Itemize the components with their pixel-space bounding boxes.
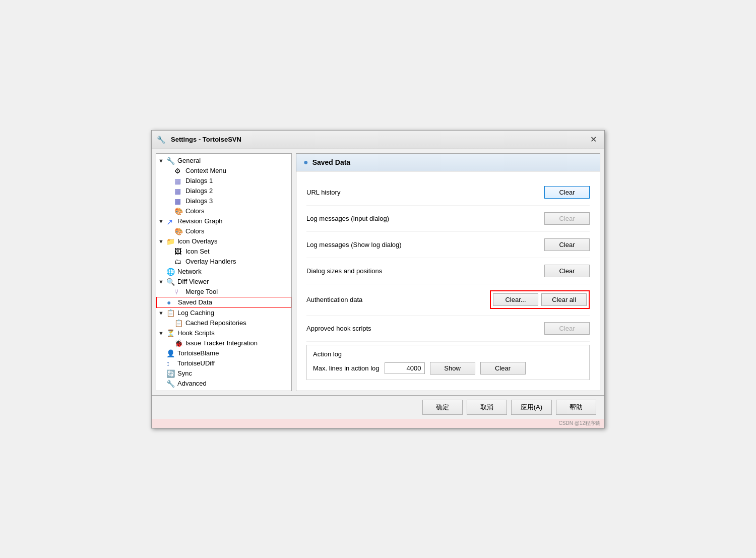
panel-title: Saved Data: [312, 158, 350, 166]
expand-icon-revision: ▼: [158, 218, 166, 224]
close-button[interactable]: ✕: [587, 134, 599, 146]
sidebar-item-colors-general[interactable]: 🎨 Colors: [156, 206, 291, 216]
icon-revision-graph: ↗: [166, 217, 175, 225]
panel-header: ● Saved Data: [296, 154, 600, 171]
label-log-show: Log messages (Show log dialog): [306, 241, 402, 249]
sidebar-label-rg-colors: Colors: [185, 227, 205, 235]
btn-clear-dialog-sizes[interactable]: Clear: [544, 265, 590, 277]
action-log-group: Action log Max. lines in action log Show…: [306, 345, 590, 380]
settings-window: 🔧 Settings - TortoiseSVN ✕ ▼ 🔧 General ⚙…: [151, 130, 605, 428]
row-log-show: Log messages (Show log dialog) Clear: [306, 232, 590, 258]
label-dialog-sizes: Dialog sizes and positions: [306, 267, 382, 275]
icon-tortoiseblame: 👤: [166, 349, 175, 357]
sidebar-item-revision-graph[interactable]: ▼ ↗ Revision Graph: [156, 216, 291, 226]
sidebar-item-icon-set[interactable]: 🖼 Icon Set: [156, 246, 291, 257]
sidebar-label-dialogs3: Dialogs 3: [185, 197, 213, 205]
label-approved-hooks: Approved hook scripts: [306, 325, 371, 332]
sidebar-label-saved-data: Saved Data: [178, 298, 212, 306]
auth-btn-group: Clear... Clear all: [490, 290, 590, 309]
sidebar-label-issue-tracker: Issue Tracker Integration: [185, 339, 258, 347]
btn-clear-log-input[interactable]: Clear: [544, 212, 590, 225]
sidebar-item-rg-colors[interactable]: 🎨 Colors: [156, 226, 291, 236]
icon-sync: 🔄: [166, 369, 175, 378]
sidebar-item-tortoiseblame[interactable]: 👤 TortoiseBlame: [156, 348, 291, 358]
sidebar-item-dialogs3[interactable]: ▦ Dialogs 3: [156, 196, 291, 206]
icon-overlay-handlers: 🗂: [174, 258, 183, 266]
sidebar-item-network[interactable]: 🌐 Network: [156, 267, 291, 277]
sidebar-label-cached-repos: Cached Repositories: [185, 319, 246, 327]
icon-diff-viewer: 🔍: [166, 278, 175, 286]
icon-log-caching: 📋: [166, 309, 175, 317]
row-auth-data: Authentication data Clear... Clear all: [306, 284, 590, 316]
sidebar-item-cached-repos[interactable]: 📋 Cached Repositories: [156, 318, 291, 328]
sidebar-label-diff-viewer: Diff Viewer: [177, 278, 209, 285]
window-title: Settings - TortoiseSVN: [171, 136, 241, 143]
sidebar-item-dialogs2[interactable]: ▦ Dialogs 2: [156, 186, 291, 196]
icon-general: 🔧: [166, 157, 175, 165]
btn-help[interactable]: 帮助: [556, 400, 596, 415]
icon-colors-general: 🎨: [174, 207, 183, 215]
label-log-input: Log messages (Input dialog): [306, 215, 389, 222]
main-panel: ● Saved Data URL history Clear Log messa…: [296, 153, 600, 391]
icon-overlays: 📁: [166, 237, 175, 245]
max-lines-label: Max. lines in action log: [313, 364, 380, 372]
sidebar-label-hook-scripts: Hook Scripts: [177, 329, 215, 337]
content-area: ▼ 🔧 General ⚙ Context Menu ▦ Dialogs 1 ▦…: [152, 149, 604, 395]
icon-advanced: 🔧: [166, 380, 175, 388]
sidebar-label-dialogs2: Dialogs 2: [185, 187, 213, 195]
icon-icon-set: 🖼: [174, 247, 183, 256]
icon-context-menu: ⚙: [174, 167, 183, 175]
expand-icon-diff: ▼: [158, 279, 166, 285]
btn-clear-auth[interactable]: Clear...: [493, 293, 538, 306]
btn-clear-url-history[interactable]: Clear: [544, 186, 590, 199]
sidebar-item-diff-viewer[interactable]: ▼ 🔍 Diff Viewer: [156, 277, 291, 287]
btns-log-show: Clear: [544, 238, 590, 251]
watermark: CSDN @12程序猿: [152, 419, 604, 428]
sidebar-item-saved-data[interactable]: ● Saved Data: [156, 297, 291, 308]
label-auth-data: Authentication data: [306, 296, 362, 303]
icon-cached-repos: 📋: [174, 319, 183, 327]
sidebar-item-issue-tracker[interactable]: 🐞 Issue Tracker Integration: [156, 338, 291, 348]
sidebar-label-revision-graph: Revision Graph: [177, 217, 223, 225]
icon-issue-tracker: 🐞: [174, 339, 183, 347]
btn-cancel[interactable]: 取消: [467, 400, 507, 415]
icon-rg-colors: 🎨: [174, 227, 183, 235]
sidebar-item-sync[interactable]: 🔄 Sync: [156, 368, 291, 379]
btn-clear-approved-hooks[interactable]: Clear: [544, 322, 590, 335]
sidebar-item-context-menu[interactable]: ⚙ Context Menu: [156, 166, 291, 176]
sidebar-label-icon-set: Icon Set: [185, 247, 210, 255]
row-log-input: Log messages (Input dialog) Clear: [306, 206, 590, 232]
app-icon: 🔧: [157, 136, 166, 144]
title-bar-left: 🔧 Settings - TortoiseSVN: [157, 136, 241, 144]
icon-merge-tool: ⑂: [174, 288, 183, 296]
btns-approved-hooks: Clear: [544, 322, 590, 335]
sidebar-label-icon-overlays: Icon Overlays: [177, 237, 217, 245]
row-dialog-sizes: Dialog sizes and positions Clear: [306, 258, 590, 284]
sidebar-item-log-caching[interactable]: ▼ 📋 Log Caching: [156, 308, 291, 318]
sidebar-item-dialogs1[interactable]: ▦ Dialogs 1: [156, 176, 291, 186]
expand-icon-general: ▼: [158, 158, 166, 164]
sidebar-item-merge-tool[interactable]: ⑂ Merge Tool: [156, 287, 291, 297]
sidebar-item-general[interactable]: ▼ 🔧 General: [156, 156, 291, 166]
btn-clear-action-log[interactable]: Clear: [480, 362, 526, 375]
icon-dialogs1: ▦: [174, 177, 183, 185]
max-lines-input[interactable]: [385, 362, 425, 374]
panel-header-icon: ●: [303, 158, 308, 167]
btn-ok[interactable]: 确定: [422, 400, 463, 415]
btn-clear-log-show[interactable]: Clear: [544, 238, 590, 251]
btn-clear-all-auth[interactable]: Clear all: [541, 293, 587, 306]
action-log-title: Action log: [313, 350, 583, 358]
sidebar-item-icon-overlays[interactable]: ▼ 📁 Icon Overlays: [156, 236, 291, 246]
icon-dialogs3: ▦: [174, 197, 183, 205]
sidebar-item-tortoiseudiff[interactable]: ↕ TortoiseUDiff: [156, 358, 291, 368]
btn-show-action-log[interactable]: Show: [430, 362, 475, 375]
sidebar-label-tortoiseudiff: TortoiseUDiff: [177, 359, 215, 367]
sidebar-label-tortoiseblame: TortoiseBlame: [177, 349, 219, 357]
sidebar-label-merge-tool: Merge Tool: [185, 288, 218, 295]
icon-dialogs2: ▦: [174, 187, 183, 195]
sidebar-item-advanced[interactable]: 🔧 Advanced: [156, 379, 291, 389]
sidebar-item-overlay-handlers[interactable]: 🗂 Overlay Handlers: [156, 257, 291, 267]
btn-apply[interactable]: 应用(A): [511, 400, 552, 415]
icon-saved-data: ●: [167, 298, 176, 306]
sidebar-item-hook-scripts[interactable]: ▼ ⏳ Hook Scripts: [156, 328, 291, 338]
